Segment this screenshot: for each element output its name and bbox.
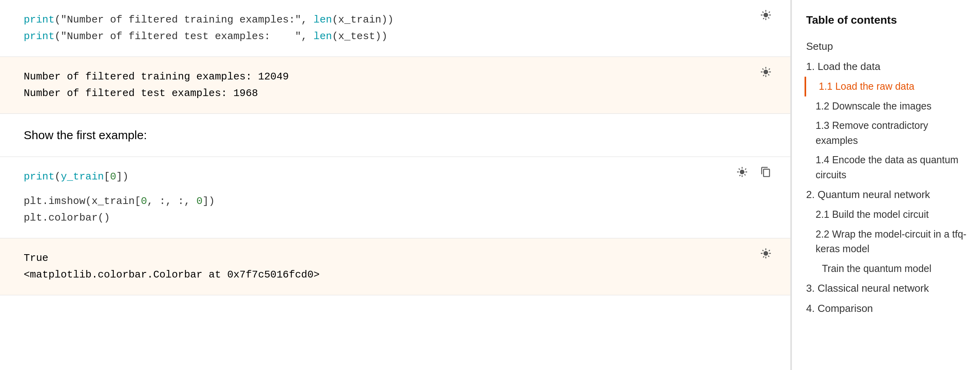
code-line-2: print("Number of filtered test examples:… [24, 28, 767, 45]
code-blank-line [24, 185, 767, 193]
code-cell2-line2: plt.imshow(x_train[0, :, :, 0]) [24, 193, 767, 210]
code-cell2-line1: print(y_train[0]) [24, 169, 767, 185]
code-print-2: print [24, 30, 55, 42]
toc-item-wrap-circuit[interactable]: 2.2 Wrap the model-circuit in a tfq-kera… [816, 225, 968, 259]
code-cell-2: print(y_train[0]) plt.imshow(x_train[0, … [0, 157, 790, 238]
main-content: print("Number of filtered training examp… [0, 0, 790, 370]
toc-item-quantum-nn[interactable]: 2. Quantum neural network [806, 185, 968, 205]
sidebar: Table of contents Setup 1. Load the data… [790, 0, 980, 370]
output-line-1: Number of filtered training examples: 12… [24, 69, 767, 85]
code-cell-1: print("Number of filtered training examp… [0, 0, 790, 57]
brightness-icon-1[interactable] [757, 6, 775, 24]
output-toolbar-1 [757, 63, 775, 81]
output2-line1: True [24, 250, 767, 267]
output-cell-2: True <matplotlib.colorbar.Colorbar at 0x… [0, 238, 790, 295]
toc-item-remove-contradictory[interactable]: 1.3 Remove contradictory examples [816, 116, 968, 150]
output-line-2: Number of filtered test examples: 1968 [24, 85, 767, 102]
toc-title: Table of contents [806, 12, 968, 28]
code-cell2-line3: plt.colorbar() [24, 210, 767, 227]
toc-item-downscale[interactable]: 1.2 Downscale the images [816, 96, 968, 116]
code-line-1: print("Number of filtered training examp… [24, 12, 767, 28]
toc-item-load-data[interactable]: 1. Load the data [806, 57, 968, 77]
cell-toolbar-1 [757, 6, 775, 24]
toc-item-build-circuit[interactable]: 2.1 Build the model circuit [816, 205, 968, 225]
toc-item-encode-quantum[interactable]: 1.4 Encode the data as quantum circuits [816, 150, 968, 185]
text-cell-content: Show the first example: [24, 128, 147, 142]
copy-icon[interactable] [757, 163, 775, 181]
toc-item-load-raw[interactable]: 1.1 Load the raw data [819, 77, 968, 96]
cell-toolbar-2 [733, 163, 775, 181]
output-cell-1: Number of filtered training examples: 12… [0, 57, 790, 114]
toc-item-comparison[interactable]: 4. Comparison [806, 298, 968, 319]
toc-item-train-quantum[interactable]: Train the quantum model [822, 259, 968, 279]
code-print-1: print [24, 14, 55, 26]
brightness-icon-out2[interactable] [757, 245, 775, 262]
toc-item-setup[interactable]: Setup [806, 36, 968, 57]
output-toolbar-2 [757, 245, 775, 262]
brightness-icon-2[interactable] [733, 163, 751, 181]
active-section-block: 1.1 Load the raw data [805, 77, 968, 96]
brightness-icon-out1[interactable] [757, 63, 775, 81]
toc-item-classical-nn[interactable]: 3. Classical neural network [806, 278, 968, 298]
output2-line2: <matplotlib.colorbar.Colorbar at 0x7f7c5… [24, 267, 767, 283]
text-cell-1: Show the first example: [0, 114, 790, 157]
